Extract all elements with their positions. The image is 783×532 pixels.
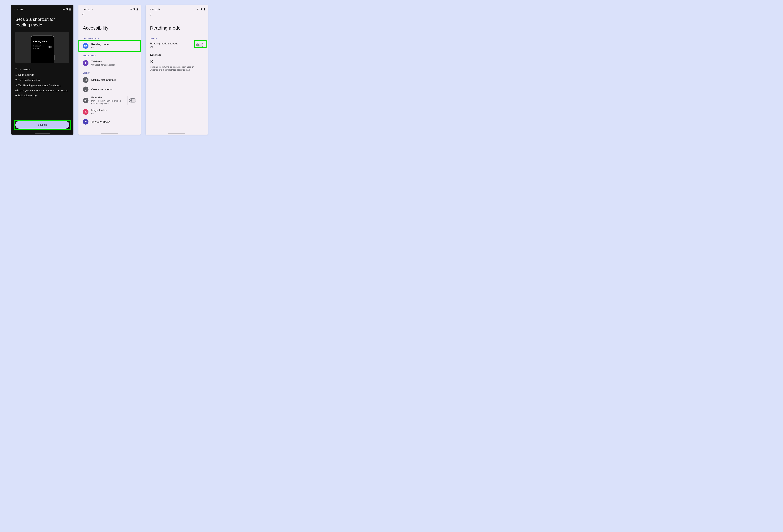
play-store-icon (158, 8, 160, 10)
illus-toggle (49, 46, 52, 48)
status-time: 12:08 (149, 8, 154, 11)
statusbar: 12:08 (146, 5, 208, 12)
instructions-step-3: 3. Tap 'Reading mode shortcut' to choose… (15, 83, 69, 98)
instructions-step-2: 2. Turn on the shortcut (15, 78, 69, 83)
wifi-icon (200, 8, 203, 10)
page-title: Set up a shortcut for reading mode (15, 16, 69, 28)
extra-dim-icon (83, 98, 89, 103)
statusbar: 12:07 (11, 5, 73, 12)
illus-title: Reading mode (33, 40, 52, 42)
svg-rect-5 (137, 9, 138, 10)
item-title: Magnification (91, 109, 136, 112)
screen-reading-mode-settings: 12:08 (146, 5, 208, 135)
instructions-intro: To get started: (15, 67, 69, 72)
play-store-icon (24, 8, 26, 10)
svg-rect-4 (137, 8, 137, 9)
screen-reading-mode-setup: 12:07 Set up a sh (11, 5, 73, 135)
back-button[interactable] (79, 12, 140, 18)
home-indicator[interactable] (168, 133, 185, 133)
battery-icon (136, 8, 138, 10)
status-time: 12:07 (81, 8, 87, 11)
item-subtitle: Off (150, 45, 178, 48)
item-title: Reading mode shortcut (150, 42, 178, 45)
svg-rect-1 (70, 8, 70, 9)
svg-rect-2 (69, 9, 70, 10)
item-subtitle: Off (91, 112, 136, 115)
vibrate-icon (197, 8, 199, 10)
vibrate-icon (130, 8, 132, 10)
highlight-box (194, 40, 207, 48)
item-title: Select to Speak (91, 120, 136, 124)
illustration: Reading mode Reading mode shortcut (15, 32, 69, 63)
svg-rect-25 (204, 9, 205, 10)
section-screen-reader: Screen reader (79, 51, 140, 58)
colour-motion-icon (83, 87, 89, 92)
item-colour-motion[interactable]: Colour and motion (79, 85, 140, 94)
status-time: 12:07 (14, 8, 20, 11)
item-title: TalkBack (91, 60, 136, 63)
screen-accessibility: 12:07 (79, 5, 140, 135)
svg-line-16 (86, 101, 87, 101)
item-subtitle: Off/Speak items on screen (91, 64, 136, 66)
svg-line-17 (85, 101, 85, 101)
instructions: To get started: 1. Go to Settings 2. Tur… (15, 67, 69, 98)
wifi-icon (133, 8, 136, 10)
description: Reading mode turns long content from app… (146, 64, 202, 73)
settings-heading[interactable]: Settings (146, 49, 208, 58)
info-icon (146, 58, 208, 64)
item-title: Extra dim (91, 96, 126, 99)
svg-point-10 (85, 100, 86, 101)
item-magnification[interactable]: Magnification Off (79, 107, 140, 117)
svg-text:A: A (85, 79, 86, 81)
home-indicator[interactable] (35, 133, 50, 133)
svg-rect-24 (204, 8, 205, 9)
extra-dim-toggle[interactable] (129, 98, 136, 102)
play-store-icon (91, 8, 93, 10)
gmail-icon (155, 9, 157, 10)
svg-line-20 (86, 112, 87, 113)
highlight-box (79, 40, 140, 52)
vibrate-icon (62, 8, 65, 10)
section-display: Display (79, 68, 140, 75)
battery-icon (69, 8, 71, 10)
talkback-icon (83, 60, 89, 66)
back-button[interactable] (146, 12, 208, 18)
wifi-icon (66, 8, 68, 10)
highlight-box (14, 120, 71, 130)
battery-icon (204, 8, 205, 10)
display-size-icon: A (83, 77, 89, 83)
home-indicator[interactable] (101, 133, 118, 133)
gmail-icon (21, 9, 23, 10)
page-title: Accessibility (79, 18, 140, 36)
svg-rect-6 (85, 62, 87, 64)
gmail-icon (88, 9, 90, 10)
item-talkback[interactable]: TalkBack Off/Speak items on screen (79, 58, 140, 68)
item-title: Display size and text (91, 78, 136, 82)
item-extra-dim[interactable]: Extra dim Dim screen beyond your phone's… (79, 94, 140, 107)
svg-rect-9 (85, 88, 86, 91)
item-select-to-speak[interactable]: Select to Speak (79, 117, 140, 125)
instructions-step-1: 1. Go to Settings (15, 72, 69, 77)
item-subtitle: Dim screen beyond your phone's minimum b… (91, 100, 124, 105)
item-display-size[interactable]: A Display size and text (79, 75, 140, 85)
select-to-speak-icon (83, 119, 89, 125)
svg-point-27 (151, 61, 152, 61)
illus-subtitle: Reading mode shortcut (33, 45, 48, 49)
item-title: Colour and motion (91, 88, 136, 91)
statusbar: 12:07 (79, 5, 140, 12)
magnification-icon (83, 109, 89, 115)
page-title: Reading mode (146, 18, 208, 36)
